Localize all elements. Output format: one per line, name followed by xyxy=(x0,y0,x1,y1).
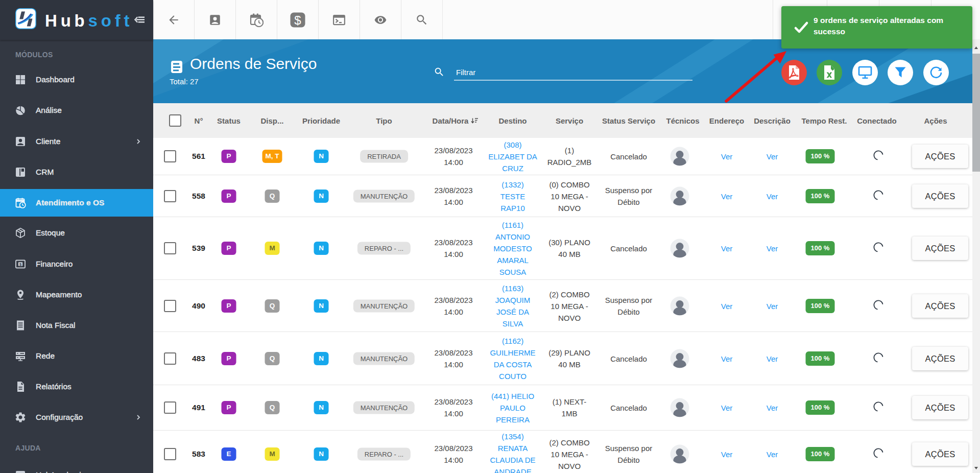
svg-text:$: $ xyxy=(294,13,301,27)
